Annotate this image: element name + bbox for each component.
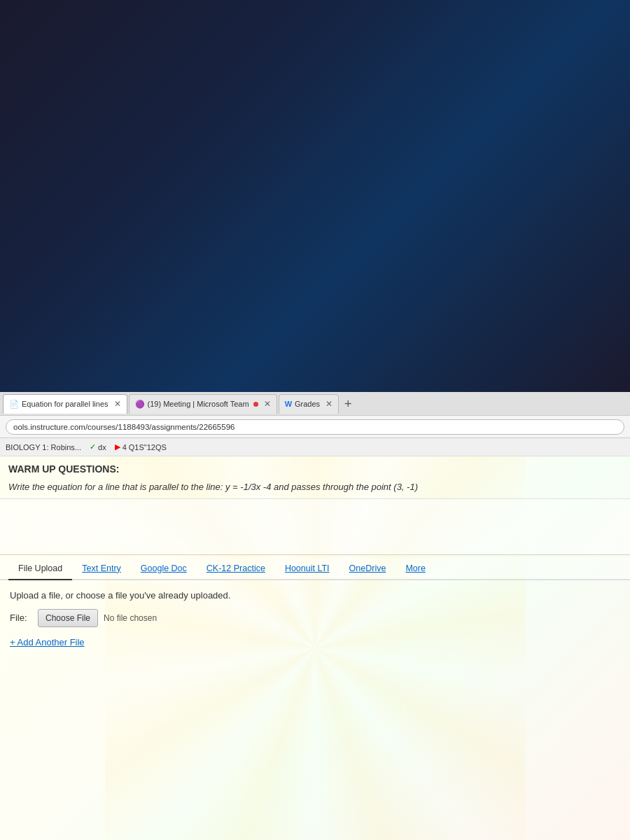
bookmark-biology[interactable]: BIOLOGY 1: Robins... xyxy=(6,443,81,451)
page-content-area: WARM UP QUESTIONS: Write the equation fo… xyxy=(0,456,630,840)
bookmark-icon-dx: ✓ xyxy=(90,442,96,451)
file-field-label: File: xyxy=(10,612,32,623)
tab-favicon-equation: 📄 xyxy=(9,400,19,409)
file-row: File: Choose File No file chosen xyxy=(10,609,620,627)
new-tab-button[interactable]: + xyxy=(340,394,356,414)
tab-bar: 📄 Equation for parallel lines ✕ 🟣 (19) M… xyxy=(0,392,630,416)
warm-up-question: Write the equation for a line that is pa… xyxy=(8,480,622,494)
tab-ck12-label: CK-12 Practice xyxy=(206,564,265,573)
tab-text-entry[interactable]: Text Entry xyxy=(72,558,131,580)
tab-google-doc-label: Google Doc xyxy=(141,564,187,573)
tab-google-doc[interactable]: Google Doc xyxy=(131,558,197,580)
warm-up-title: WARM UP QUESTIONS: xyxy=(8,463,622,475)
tab-file-upload[interactable]: File Upload xyxy=(8,558,72,580)
address-bar xyxy=(0,416,630,438)
tab-ck12-practice[interactable]: CK-12 Practice xyxy=(197,558,275,580)
bookmark-label-q1s: 4 Q1S"12QS xyxy=(122,443,167,451)
tab-file-upload-label: File Upload xyxy=(18,564,62,573)
tab-hoonuit[interactable]: Hoonuit LTI xyxy=(275,558,340,580)
tab-equation[interactable]: 📄 Equation for parallel lines ✕ xyxy=(3,394,127,414)
page-content-inner: WARM UP QUESTIONS: Write the equation fo… xyxy=(0,456,630,655)
bookmark-icon-q1s: ▶ xyxy=(115,442,120,451)
tab-text-entry-label: Text Entry xyxy=(82,564,121,573)
tab-meeting[interactable]: 🟣 (19) Meeting | Microsoft Team ✕ xyxy=(129,394,277,414)
tab-favicon-grades: W xyxy=(285,400,292,408)
address-input[interactable] xyxy=(6,419,624,435)
tab-close-equation[interactable]: ✕ xyxy=(114,399,121,409)
tab-grades[interactable]: W Grades ✕ xyxy=(279,394,339,414)
submission-tabs: File Upload Text Entry Google Doc CK-12 … xyxy=(0,558,630,580)
add-another-file-link[interactable]: + Add Another File xyxy=(10,637,85,648)
choose-file-button[interactable]: Choose File xyxy=(38,609,98,627)
bookmark-label-biology: BIOLOGY 1: Robins... xyxy=(6,443,81,451)
warm-up-section: WARM UP QUESTIONS: Write the equation fo… xyxy=(0,456,630,499)
no-file-chosen-text: No file chosen xyxy=(104,613,157,623)
tab-close-grades[interactable]: ✕ xyxy=(326,399,332,409)
bookmark-dx[interactable]: ✓ dx xyxy=(90,442,106,451)
bookmark-label-dx: dx xyxy=(98,443,106,451)
bookmarks-bar: BIOLOGY 1: Robins... ✓ dx ▶ 4 Q1S"12QS xyxy=(0,438,630,456)
tab-hoonuit-label: Hoonuit LTI xyxy=(285,564,330,573)
tab-label-meeting: (19) Meeting | Microsoft Team xyxy=(148,400,249,408)
bookmark-q1s[interactable]: ▶ 4 Q1S"12QS xyxy=(115,442,167,451)
tab-notification-dot xyxy=(253,402,258,407)
tab-more-label: More xyxy=(405,564,425,573)
tab-onedrive-label: OneDrive xyxy=(349,564,386,573)
dark-background xyxy=(0,0,630,392)
tab-favicon-meeting: 🟣 xyxy=(135,400,145,409)
tab-close-meeting[interactable]: ✕ xyxy=(264,399,271,409)
upload-description: Upload a file, or choose a file you've a… xyxy=(10,590,620,601)
tab-onedrive[interactable]: OneDrive xyxy=(340,558,396,580)
tab-more[interactable]: More xyxy=(396,558,435,580)
upload-section: Upload a file, or choose a file you've a… xyxy=(0,580,630,655)
answer-area xyxy=(0,499,630,555)
tab-label-equation: Equation for parallel lines xyxy=(22,400,108,408)
tab-label-grades: Grades xyxy=(295,400,320,408)
browser-window: 📄 Equation for parallel lines ✕ 🟣 (19) M… xyxy=(0,392,630,840)
